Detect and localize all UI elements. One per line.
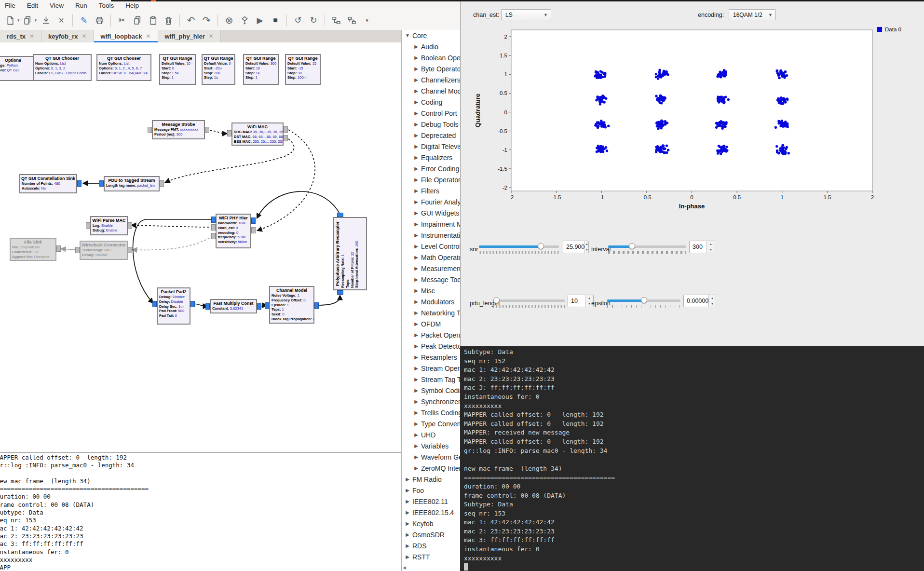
message-port[interactable] (56, 245, 61, 252)
reload-button[interactable]: ↺ (292, 14, 304, 27)
tree-collapsed-icon[interactable]: ▶ (413, 454, 419, 460)
collapse-panel-icon[interactable]: ◀ (403, 565, 406, 570)
tree-collapsed-icon[interactable]: ▶ (413, 77, 419, 82)
tab-wifi_loopback[interactable]: wifi_loopback✕ (94, 30, 158, 42)
tree-collapsed-icon[interactable]: ▶ (413, 166, 419, 171)
tree-collapsed-icon[interactable]: ▶ (413, 321, 419, 326)
library-item-control-port[interactable]: ▶Control Port (402, 108, 461, 119)
tree-collapsed-icon[interactable]: ▶ (405, 476, 410, 482)
toggle-hier-button[interactable] (345, 14, 358, 27)
tree-collapsed-icon[interactable]: ▶ (413, 122, 419, 127)
stream-port[interactable] (257, 303, 261, 310)
block-fast-multiply-const[interactable]: Fast Multiply ConstConstant: 5.62341 (210, 299, 257, 313)
edit-mode-button[interactable]: ✎ (78, 14, 90, 27)
message-port[interactable] (128, 247, 132, 253)
library-item-channelizers[interactable]: ▶Channelizers (402, 74, 461, 85)
message-port[interactable] (75, 247, 80, 253)
tree-collapsed-icon[interactable]: ▶ (413, 332, 419, 338)
library-item-fm-radio[interactable]: ▶FM Radio (402, 474, 461, 485)
cut-button[interactable]: ✂ (116, 14, 128, 27)
library-item-measurement-tools[interactable]: ▶Measurement Tools (402, 263, 461, 274)
tree-collapsed-icon[interactable]: ▶ (413, 432, 419, 437)
tree-collapsed-icon[interactable]: ▶ (413, 343, 419, 349)
tab-close-icon[interactable]: ✕ (146, 33, 151, 40)
library-item-uhd[interactable]: ▶UHD (402, 429, 461, 440)
tree-collapsed-icon[interactable]: ▶ (413, 288, 419, 293)
block-message-strobe[interactable]: Message StrobeMessage PMT: xxxxxxxxxxPer… (152, 120, 205, 139)
block-qtgui-range-4[interactable]: QT GUI RangeDefault Value: 15Start: -15S… (285, 54, 321, 85)
tree-collapsed-icon[interactable]: ▶ (413, 366, 419, 371)
message-port[interactable] (211, 233, 216, 239)
terminal[interactable]: Subtype: Data seq nr: 152 mac 1: 42:42:4… (460, 346, 924, 571)
block-qtgui-range-1[interactable]: QT GUI RangeDefault Value: 10Start: 0Sto… (159, 54, 196, 85)
tree-collapsed-icon[interactable]: ▶ (413, 188, 419, 193)
library-item-networking-tools[interactable]: ▶Networking Tools (402, 307, 461, 318)
stream-port[interactable] (337, 290, 343, 295)
refresh-button[interactable]: ↻ (307, 14, 320, 27)
message-port[interactable] (160, 180, 164, 187)
tree-collapsed-icon[interactable]: ▶ (405, 521, 410, 526)
open-hier-button[interactable] (330, 14, 342, 27)
errors-button[interactable]: ⊗ (223, 14, 235, 27)
tab-close-icon[interactable]: ✕ (82, 33, 87, 40)
stream-port[interactable] (211, 217, 216, 223)
block-qtgui-chooser-2[interactable]: QT GUI ChooserNum Options: ListOptions: … (96, 54, 151, 81)
pdu_length-spinbox[interactable]: 10▲▼ (568, 295, 594, 307)
library-item-error-coding[interactable]: ▶Error Coding (402, 163, 461, 174)
tree-collapsed-icon[interactable]: ▶ (405, 488, 410, 493)
interval-slider[interactable] (608, 245, 686, 248)
tree-collapsed-icon[interactable]: ▶ (413, 210, 419, 216)
block-polyphase-arbitrary-resampler[interactable]: Polyphase Arbitrary ResamplerResampling … (333, 217, 367, 290)
save-button[interactable] (40, 14, 52, 27)
library-item-boolean-operators[interactable]: ▶Boolean Operators (402, 52, 461, 63)
block-qtgui-chooser-1[interactable]: QT GUI ChooserNum Options: ListOptions: … (33, 54, 92, 81)
library-item-audio[interactable]: ▶Audio (402, 41, 461, 52)
epsilon-spin-down-button[interactable]: ▼ (709, 301, 716, 307)
tree-collapsed-icon[interactable]: ▶ (413, 244, 419, 249)
interval-spin-down-button[interactable]: ▼ (707, 247, 715, 253)
library-item-symbol-coding[interactable]: ▶Symbol Coding (402, 385, 461, 396)
epsilon-spinbox[interactable]: 0.00000▲▼ (683, 295, 716, 307)
tree-collapsed-icon[interactable]: ▶ (413, 66, 419, 71)
message-port[interactable] (128, 222, 132, 229)
flowgraph-canvas[interactable]: OptionsOutput Language: PythonGenerate O… (0, 42, 401, 452)
snr-spinbox[interactable]: 25.900▲▼ (563, 241, 589, 253)
menu-run[interactable]: Run (75, 2, 87, 9)
message-port[interactable] (284, 126, 288, 133)
tree-collapsed-icon[interactable]: ▶ (413, 443, 419, 449)
interval-slider-handle[interactable] (629, 243, 635, 249)
stream-port[interactable] (265, 302, 269, 309)
message-port[interactable] (227, 130, 231, 136)
menu-view[interactable]: View (50, 2, 64, 9)
stream-port[interactable] (337, 213, 343, 217)
library-item-level-controllers[interactable]: ▶Level Controllers (402, 241, 461, 252)
library-item-equalizers[interactable]: ▶Equalizers (402, 152, 461, 163)
menu-edit[interactable]: Edit (27, 2, 38, 9)
library-item-ieee802-11[interactable]: ▶IEEE802.11 (402, 496, 461, 507)
library-item-channel-models[interactable]: ▶Channel Models (402, 85, 461, 96)
message-port[interactable] (86, 222, 90, 229)
tab-wifi_phy_hier[interactable]: wifi_phy_hier✕ (158, 30, 221, 42)
stream-port[interactable] (205, 303, 210, 310)
close-button[interactable]: × (55, 14, 68, 27)
block-wifi-phy-hier[interactable]: WiFi PHY Hierbandwidth: 10Mchan_est: 0en… (216, 214, 251, 248)
block-wireshark-connector[interactable]: Wireshark ConnectorTechnology: WiFiDebug… (80, 241, 128, 260)
library-item-peak-detectors[interactable]: ▶Peak Detectors (402, 340, 461, 352)
tree-collapsed-icon[interactable]: ▶ (413, 277, 419, 282)
tree-collapsed-icon[interactable]: ▶ (413, 199, 419, 204)
stream-port[interactable] (190, 301, 195, 307)
library-item-deprecated[interactable]: ▶Deprecated (402, 130, 461, 141)
library-item-synchronizers[interactable]: ▶Synchronizers (402, 396, 461, 407)
open-flowgraph-button[interactable]: ▾ (23, 14, 37, 27)
block-packet-pad2[interactable]: Packet Pad2Debug: DisableDelay: DisableD… (157, 287, 190, 325)
library-item-digital-television[interactable]: ▶Digital Television (402, 141, 461, 152)
epsilon-spin-up-button[interactable]: ▲ (709, 295, 716, 301)
library-item-file-operators[interactable]: ▶File Operators (402, 174, 461, 185)
block-qtgui-range-2[interactable]: QT GUI RangeDefault Value: 0Start: -20uS… (202, 54, 235, 85)
menu-tools[interactable]: Tools (99, 2, 114, 9)
block-channel-model[interactable]: Channel ModelNoise Voltage: 1Frequency O… (269, 286, 314, 324)
tree-collapsed-icon[interactable]: ▶ (413, 232, 419, 238)
tree-collapsed-icon[interactable]: ▶ (413, 399, 419, 404)
snr-spin-down-button[interactable]: ▼ (585, 247, 588, 253)
pdu_length-slider[interactable] (493, 299, 565, 302)
